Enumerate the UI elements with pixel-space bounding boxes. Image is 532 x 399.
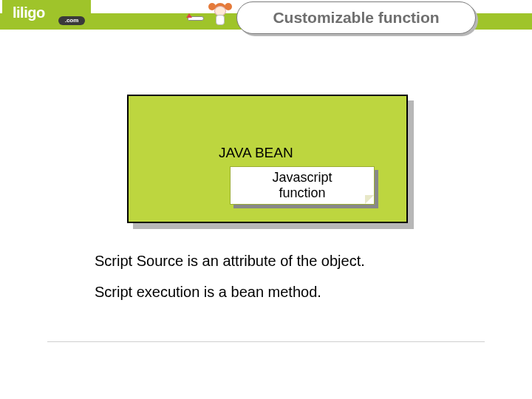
description-line-2: Script execution is a bean method. <box>95 284 321 301</box>
slide-title-text: Customizable function <box>273 9 439 27</box>
description-line-1: Script Source is an attribute of the obj… <box>95 253 365 270</box>
logo-badge: liligo .com <box>2 0 91 28</box>
javascript-function-label: Javascript function <box>272 170 332 200</box>
java-bean-label: JAVA BEAN <box>219 145 293 161</box>
girl-icon <box>207 0 233 30</box>
logo-text: liligo <box>13 4 45 21</box>
slide-title: Customizable function <box>236 1 476 34</box>
javascript-function-box: Javascript function <box>230 166 375 205</box>
page-fold-icon <box>365 195 374 204</box>
footer-divider <box>47 341 485 342</box>
mascot-icon <box>186 0 233 31</box>
header-bar: liligo .com Customizable function <box>0 0 532 34</box>
logo-suffix: .com <box>58 16 85 25</box>
